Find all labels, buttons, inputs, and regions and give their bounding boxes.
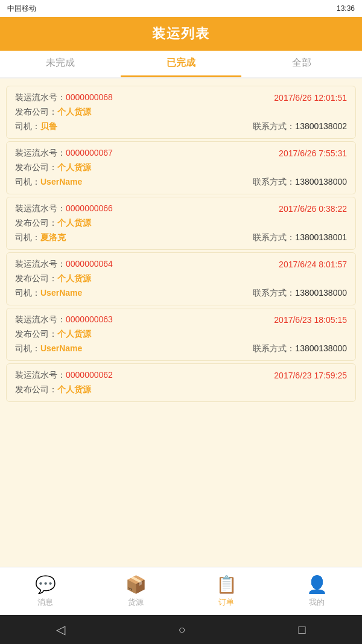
serial-row: 装运流水号：0000000066 2017/6/26 0:38:22 <box>15 203 347 214</box>
status-right: 13:36 <box>337 4 355 13</box>
bottom-nav: 💬 消息 📦 货源 📋 订单 👤 我的 <box>0 567 362 615</box>
driver-row: 司机：贝鲁 联系方式：13800138002 <box>15 121 347 132</box>
driver-row: 司机：UserName 联系方式：13800138000 <box>15 177 347 188</box>
company-row: 发布公司：个人货源 <box>15 273 347 284</box>
tab-bar: 未完成 已完成 全部 <box>0 51 362 78</box>
nav-cargo-label: 货源 <box>128 597 144 608</box>
company-row: 发布公司：个人货源 <box>15 162 347 173</box>
driver-row: 司机：UserName 联系方式：13800138000 <box>15 288 347 299</box>
nav-message-label: 消息 <box>37 597 53 608</box>
back-button[interactable]: ◁ <box>56 622 65 637</box>
android-nav: ◁ ○ □ <box>0 615 362 644</box>
company-row: 发布公司：个人货源 <box>15 329 347 340</box>
nav-profile-label: 我的 <box>309 597 325 608</box>
serial-row: 装运流水号：0000000062 2017/6/23 17:59:25 <box>15 370 347 381</box>
page-title: 装运列表 <box>152 25 210 43</box>
header: 装运列表 <box>0 17 362 51</box>
serial-row: 装运流水号：0000000064 2017/6/24 8:01:57 <box>15 259 347 270</box>
status-bar: 中国移动 13:36 <box>0 0 362 17</box>
driver-row: 司机：夏洛克 联系方式：13800138001 <box>15 232 347 243</box>
list-item[interactable]: 装运流水号：0000000066 2017/6/26 0:38:22 发布公司：… <box>6 197 356 250</box>
recent-button[interactable]: □ <box>298 623 305 637</box>
driver-row: 司机：UserName 联系方式：13800138000 <box>15 343 347 354</box>
order-icon: 📋 <box>216 575 237 595</box>
tab-incomplete[interactable]: 未完成 <box>0 51 121 77</box>
nav-cargo[interactable]: 📦 货源 <box>91 575 181 608</box>
profile-icon: 👤 <box>306 575 328 595</box>
company-row: 发布公司：个人货源 <box>15 218 347 229</box>
nav-order-label: 订单 <box>218 597 234 608</box>
record-list: 装运流水号：0000000068 2017/6/26 12:01:51 发布公司… <box>0 78 362 567</box>
cargo-icon: 📦 <box>125 575 147 595</box>
list-item[interactable]: 装运流水号：0000000068 2017/6/26 12:01:51 发布公司… <box>6 86 356 139</box>
company-row: 发布公司：个人货源 <box>15 384 347 395</box>
list-item[interactable]: 装运流水号：0000000064 2017/6/24 8:01:57 发布公司：… <box>6 252 356 305</box>
nav-message[interactable]: 💬 消息 <box>0 575 91 608</box>
message-icon: 💬 <box>35 575 56 595</box>
company-row: 发布公司：个人货源 <box>15 107 347 118</box>
serial-row: 装运流水号：0000000063 2017/6/23 18:05:15 <box>15 314 347 325</box>
home-button[interactable]: ○ <box>178 623 185 637</box>
tab-all[interactable]: 全部 <box>241 51 362 77</box>
serial-row: 装运流水号：0000000067 2017/6/26 7:55:31 <box>15 148 347 159</box>
time: 13:36 <box>337 4 355 13</box>
list-item[interactable]: 装运流水号：0000000063 2017/6/23 18:05:15 发布公司… <box>6 308 356 361</box>
list-item[interactable]: 装运流水号：0000000062 2017/6/23 17:59:25 发布公司… <box>6 363 356 402</box>
serial-row: 装运流水号：0000000068 2017/6/26 12:01:51 <box>15 92 347 103</box>
tab-complete[interactable]: 已完成 <box>121 51 241 77</box>
nav-order[interactable]: 📋 订单 <box>181 575 272 608</box>
list-item[interactable]: 装运流水号：0000000067 2017/6/26 7:55:31 发布公司：… <box>6 141 356 194</box>
nav-profile[interactable]: 👤 我的 <box>272 575 362 608</box>
carrier: 中国移动 <box>7 4 36 14</box>
